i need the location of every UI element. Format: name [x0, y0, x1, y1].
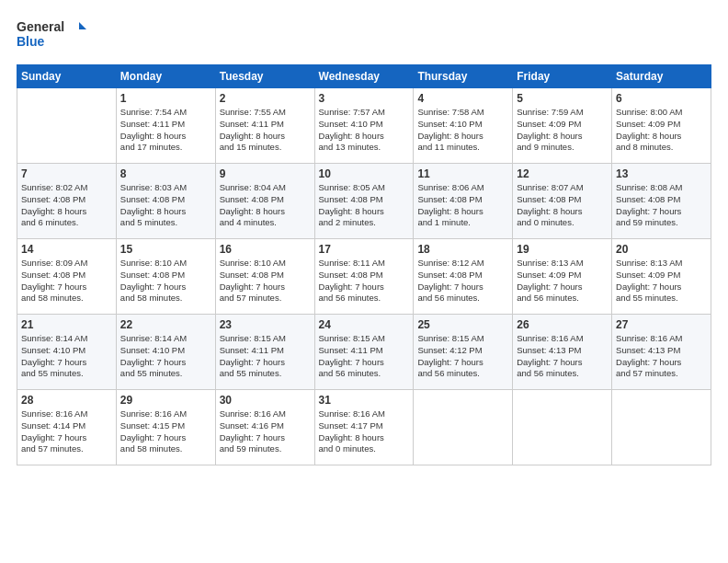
day-info: Sunrise: 8:16 AM Sunset: 4:13 PM Dayligh…	[616, 333, 707, 380]
weekday-header-tuesday: Tuesday	[215, 65, 314, 88]
day-info: Sunrise: 8:16 AM Sunset: 4:17 PM Dayligh…	[319, 408, 410, 455]
day-number: 25	[417, 318, 508, 331]
calendar-cell: 23Sunrise: 8:15 AM Sunset: 4:11 PM Dayli…	[215, 315, 314, 390]
day-info: Sunrise: 8:08 AM Sunset: 4:08 PM Dayligh…	[616, 182, 707, 229]
weekday-header-thursday: Thursday	[414, 65, 513, 88]
day-info: Sunrise: 8:04 AM Sunset: 4:08 PM Dayligh…	[220, 182, 311, 229]
day-number: 27	[616, 318, 707, 331]
calendar-cell: 21Sunrise: 8:14 AM Sunset: 4:10 PM Dayli…	[17, 315, 117, 390]
day-info: Sunrise: 8:10 AM Sunset: 4:08 PM Dayligh…	[220, 258, 311, 304]
logo: General Blue	[17, 17, 90, 55]
day-info: Sunrise: 7:54 AM Sunset: 4:11 PM Dayligh…	[120, 107, 211, 154]
calendar-cell: 20Sunrise: 8:13 AM Sunset: 4:09 PM Dayli…	[612, 239, 711, 315]
calendar-cell: 1Sunrise: 7:54 AM Sunset: 4:11 PM Daylig…	[116, 88, 215, 164]
calendar-cell: 19Sunrise: 8:13 AM Sunset: 4:09 PM Dayli…	[513, 239, 612, 315]
day-number: 7	[21, 167, 112, 180]
day-info: Sunrise: 8:14 AM Sunset: 4:10 PM Dayligh…	[21, 333, 112, 380]
calendar-cell: 7Sunrise: 8:02 AM Sunset: 4:08 PM Daylig…	[17, 164, 117, 239]
calendar-cell: 27Sunrise: 8:16 AM Sunset: 4:13 PM Dayli…	[612, 315, 711, 390]
day-info: Sunrise: 8:02 AM Sunset: 4:08 PM Dayligh…	[21, 182, 112, 229]
day-number: 9	[220, 167, 311, 180]
calendar-cell: 28Sunrise: 8:16 AM Sunset: 4:14 PM Dayli…	[17, 390, 117, 465]
day-info: Sunrise: 8:03 AM Sunset: 4:08 PM Dayligh…	[120, 182, 211, 229]
day-number: 29	[120, 394, 211, 407]
day-number: 24	[319, 318, 410, 331]
calendar-cell: 10Sunrise: 8:05 AM Sunset: 4:08 PM Dayli…	[314, 164, 414, 239]
logo-svg: General Blue	[17, 17, 90, 55]
day-info: Sunrise: 8:15 AM Sunset: 4:12 PM Dayligh…	[417, 333, 508, 380]
day-info: Sunrise: 8:14 AM Sunset: 4:10 PM Dayligh…	[120, 333, 211, 380]
day-info: Sunrise: 8:16 AM Sunset: 4:15 PM Dayligh…	[120, 408, 211, 455]
day-number: 19	[517, 243, 608, 256]
calendar-cell: 8Sunrise: 8:03 AM Sunset: 4:08 PM Daylig…	[116, 164, 215, 239]
week-row-3: 21Sunrise: 8:14 AM Sunset: 4:10 PM Dayli…	[17, 315, 711, 390]
day-info: Sunrise: 8:15 AM Sunset: 4:11 PM Dayligh…	[220, 333, 311, 380]
header: General Blue	[17, 17, 711, 55]
calendar-cell	[17, 88, 117, 164]
svg-text:General: General	[17, 19, 64, 34]
week-row-4: 28Sunrise: 8:16 AM Sunset: 4:14 PM Dayli…	[17, 390, 711, 465]
day-info: Sunrise: 8:00 AM Sunset: 4:09 PM Dayligh…	[616, 107, 707, 154]
day-number: 28	[21, 394, 112, 407]
day-info: Sunrise: 8:05 AM Sunset: 4:08 PM Dayligh…	[319, 182, 410, 229]
day-info: Sunrise: 8:16 AM Sunset: 4:14 PM Dayligh…	[21, 408, 112, 455]
day-number: 23	[220, 318, 311, 331]
calendar-cell	[612, 390, 711, 465]
day-number: 14	[21, 243, 112, 256]
calendar-cell: 25Sunrise: 8:15 AM Sunset: 4:12 PM Dayli…	[414, 315, 513, 390]
week-row-0: 1Sunrise: 7:54 AM Sunset: 4:11 PM Daylig…	[17, 88, 711, 164]
day-info: Sunrise: 8:07 AM Sunset: 4:08 PM Dayligh…	[517, 182, 608, 229]
calendar-cell: 12Sunrise: 8:07 AM Sunset: 4:08 PM Dayli…	[513, 164, 612, 239]
day-number: 21	[21, 318, 112, 331]
calendar-cell: 14Sunrise: 8:09 AM Sunset: 4:08 PM Dayli…	[17, 239, 117, 315]
day-number: 17	[319, 243, 410, 256]
day-info: Sunrise: 7:59 AM Sunset: 4:09 PM Dayligh…	[517, 107, 608, 154]
calendar-cell: 3Sunrise: 7:57 AM Sunset: 4:10 PM Daylig…	[314, 88, 414, 164]
day-info: Sunrise: 8:13 AM Sunset: 4:09 PM Dayligh…	[616, 258, 707, 304]
day-info: Sunrise: 7:58 AM Sunset: 4:10 PM Dayligh…	[417, 107, 508, 154]
weekday-header-row: SundayMondayTuesdayWednesdayThursdayFrid…	[17, 65, 711, 88]
svg-text:Blue: Blue	[17, 34, 45, 49]
day-info: Sunrise: 8:12 AM Sunset: 4:08 PM Dayligh…	[417, 258, 508, 304]
svg-marker-2	[79, 22, 86, 29]
day-number: 20	[616, 243, 707, 256]
day-info: Sunrise: 8:11 AM Sunset: 4:08 PM Dayligh…	[319, 258, 410, 304]
calendar-cell: 4Sunrise: 7:58 AM Sunset: 4:10 PM Daylig…	[414, 88, 513, 164]
day-number: 6	[616, 92, 707, 105]
calendar-cell: 15Sunrise: 8:10 AM Sunset: 4:08 PM Dayli…	[116, 239, 215, 315]
day-info: Sunrise: 8:16 AM Sunset: 4:13 PM Dayligh…	[517, 333, 608, 380]
day-info: Sunrise: 8:09 AM Sunset: 4:08 PM Dayligh…	[21, 258, 112, 304]
weekday-header-monday: Monday	[116, 65, 215, 88]
calendar-cell: 11Sunrise: 8:06 AM Sunset: 4:08 PM Dayli…	[414, 164, 513, 239]
calendar-cell: 6Sunrise: 8:00 AM Sunset: 4:09 PM Daylig…	[612, 88, 711, 164]
day-number: 26	[517, 318, 608, 331]
day-number: 31	[319, 394, 410, 407]
calendar-cell: 17Sunrise: 8:11 AM Sunset: 4:08 PM Dayli…	[314, 239, 414, 315]
calendar-cell: 18Sunrise: 8:12 AM Sunset: 4:08 PM Dayli…	[414, 239, 513, 315]
calendar-cell: 24Sunrise: 8:15 AM Sunset: 4:11 PM Dayli…	[314, 315, 414, 390]
day-number: 16	[220, 243, 311, 256]
day-number: 11	[417, 167, 508, 180]
day-number: 10	[319, 167, 410, 180]
day-number: 2	[220, 92, 311, 105]
calendar-cell	[414, 390, 513, 465]
calendar-cell: 2Sunrise: 7:55 AM Sunset: 4:11 PM Daylig…	[215, 88, 314, 164]
day-number: 3	[319, 92, 410, 105]
day-number: 22	[120, 318, 211, 331]
weekday-header-saturday: Saturday	[612, 65, 711, 88]
day-number: 30	[220, 394, 311, 407]
calendar-cell: 9Sunrise: 8:04 AM Sunset: 4:08 PM Daylig…	[215, 164, 314, 239]
weekday-header-sunday: Sunday	[17, 65, 117, 88]
calendar-cell: 30Sunrise: 8:16 AM Sunset: 4:16 PM Dayli…	[215, 390, 314, 465]
calendar-cell: 16Sunrise: 8:10 AM Sunset: 4:08 PM Dayli…	[215, 239, 314, 315]
day-number: 12	[517, 167, 608, 180]
day-info: Sunrise: 8:13 AM Sunset: 4:09 PM Dayligh…	[517, 258, 608, 304]
calendar-cell: 5Sunrise: 7:59 AM Sunset: 4:09 PM Daylig…	[513, 88, 612, 164]
page: General Blue SundayMondayTuesdayWednesda…	[0, 0, 728, 563]
weekday-header-wednesday: Wednesday	[314, 65, 414, 88]
day-info: Sunrise: 7:55 AM Sunset: 4:11 PM Dayligh…	[220, 107, 311, 154]
calendar-cell: 26Sunrise: 8:16 AM Sunset: 4:13 PM Dayli…	[513, 315, 612, 390]
day-number: 5	[517, 92, 608, 105]
day-info: Sunrise: 8:06 AM Sunset: 4:08 PM Dayligh…	[417, 182, 508, 229]
weekday-header-friday: Friday	[513, 65, 612, 88]
